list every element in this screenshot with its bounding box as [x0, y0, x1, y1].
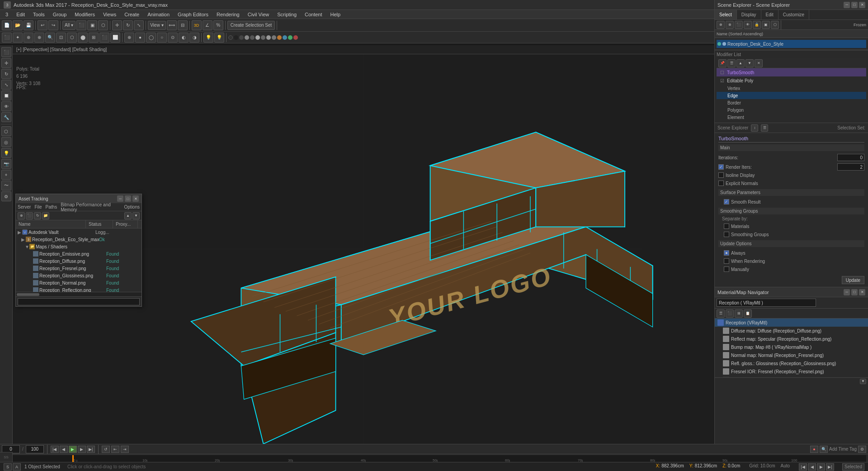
mat-item-6[interactable]: Fresnel IOR: Fresnel (Reception_Fresnel.… — [715, 367, 868, 376]
at-restore-button[interactable]: □ — [125, 195, 131, 202]
lt-shape-button[interactable]: ◎ — [1, 137, 11, 147]
tb2-btn15[interactable]: ○ — [157, 33, 167, 43]
ts-explicit-check[interactable] — [718, 181, 724, 186]
color-swatch-8[interactable] — [266, 35, 271, 40]
menu-graph-editors[interactable]: Graph Editors — [174, 11, 212, 18]
modifier-turbosmooth[interactable]: ☐ TurboSmooth — [717, 68, 866, 76]
pb-prev-frame[interactable]: ◀ — [60, 446, 68, 453]
bottom-pb3[interactable]: ▶ — [817, 463, 825, 471]
se-minimize-button[interactable]: ─ — [844, 2, 850, 8]
se-list-button[interactable]: ☰ — [761, 124, 768, 132]
lt-geom-button[interactable]: ⬡ — [1, 126, 11, 136]
select-object-button[interactable]: ⬛ — [76, 20, 86, 30]
rotate-button[interactable]: ↻ — [123, 20, 133, 30]
se-close-button[interactable]: ✕ — [859, 2, 865, 8]
color-swatch-4[interactable] — [245, 35, 249, 40]
lt-display-button[interactable]: 👁 — [1, 101, 11, 111]
ts-iterations-input[interactable] — [837, 154, 864, 161]
at-input[interactable] — [18, 298, 140, 305]
lt-light-button[interactable]: 💡 — [1, 148, 11, 158]
tb2-btn13[interactable]: ● — [135, 33, 145, 43]
tb2-btn2[interactable]: ✦ — [13, 33, 23, 43]
at-row-normal[interactable]: Reception_Normal.png Found — [16, 279, 142, 286]
se-tb-btn4[interactable]: 👁 — [744, 21, 752, 29]
mat-item-0[interactable]: Reception (VRayMtl) — [715, 319, 868, 327]
scale-button[interactable]: ⤡ — [134, 20, 144, 30]
menu-scripting[interactable]: Scripting — [274, 11, 300, 18]
bottom-pb1[interactable]: |◀ — [799, 463, 807, 471]
total-frames-input[interactable] — [26, 445, 44, 453]
lt-select-button[interactable]: ⬛ — [1, 47, 11, 57]
se-maximize-button[interactable]: □ — [851, 2, 858, 8]
lt-helper-button[interactable]: + — [1, 170, 11, 180]
at-row-glossiness[interactable]: Reception_Glossiness.png Found — [16, 272, 142, 279]
pb-play[interactable]: ▶ — [69, 446, 77, 453]
pb-time-config[interactable]: ⚙ — [858, 446, 866, 453]
mirror-button[interactable]: ⟺ — [167, 20, 177, 30]
at-row-diffuse[interactable]: Reception_Diffuse.png Found — [16, 257, 142, 265]
save-button[interactable]: 💾 — [24, 20, 33, 30]
ts-smoothing-section[interactable]: Smoothing Groups — [718, 208, 864, 214]
pb-record[interactable]: ● — [810, 446, 818, 453]
ts-smooth-result-check[interactable]: ✓ — [724, 199, 729, 205]
tb2-btn18[interactable]: ◑ — [189, 33, 199, 43]
at-menu-options[interactable]: Options — [124, 205, 140, 209]
at-tb-btn2[interactable]: ⬛ — [26, 212, 33, 219]
menu-views[interactable]: Views — [99, 11, 120, 18]
pb-loop[interactable]: ↺ — [102, 446, 110, 453]
at-tb-btn3[interactable]: ↻ — [34, 212, 41, 219]
at-menu-bitmap[interactable]: Bitmap Performance and Memory — [61, 202, 120, 212]
se-tb-btn3[interactable]: ⬛ — [735, 21, 743, 29]
color-swatch-9[interactable] — [272, 35, 276, 40]
tb2-btn4[interactable]: ⊕ — [34, 33, 44, 43]
mat-item-3[interactable]: Bump map: Map #8 ( VRayNormalMap ) — [715, 343, 868, 351]
menu-animation[interactable]: Animation — [144, 11, 173, 18]
pb-next-frame[interactable]: ▶ — [78, 446, 86, 453]
tb2-btn5[interactable]: 🔍 — [45, 33, 55, 43]
pb-prev-key[interactable]: ⇤ — [111, 446, 119, 453]
mat-item-1[interactable]: Diffuse map: Diffuse (Reception_Diffuse.… — [715, 327, 868, 335]
tb2-btn6[interactable]: ⊡ — [56, 33, 66, 43]
pb-first-frame[interactable]: |◀ — [51, 446, 59, 453]
mn-scroll-down[interactable]: ▼ — [860, 379, 866, 384]
color-swatch-1[interactable] — [228, 35, 233, 40]
color-swatch-7[interactable] — [261, 35, 265, 40]
at-tb-btn1[interactable]: ⊕ — [18, 212, 25, 219]
ts-materials-check[interactable] — [724, 224, 729, 229]
mn-tb-btn2[interactable]: ⬛ — [726, 309, 734, 318]
at-scrollbar-thumb[interactable] — [17, 293, 39, 296]
mod-pin-button[interactable]: 📌 — [718, 59, 726, 67]
at-close-button[interactable]: ✕ — [132, 195, 139, 202]
se-tab-edit[interactable]: Edit — [761, 10, 778, 19]
ts-surface-section[interactable]: Surface Parameters — [718, 189, 864, 196]
ts-render-iters-check[interactable]: ✓ — [718, 164, 724, 170]
snap-angle-button[interactable]: ∠ — [203, 20, 212, 30]
color-swatch-11[interactable] — [283, 35, 287, 40]
mod-down-button[interactable]: ▼ — [745, 59, 754, 67]
tb2-btn17[interactable]: ◐ — [179, 33, 189, 43]
material-nav-input[interactable] — [717, 299, 816, 307]
mod-configure-button[interactable]: ☰ — [727, 59, 736, 67]
ts-sg-check[interactable] — [724, 232, 729, 237]
menu-help[interactable]: Help — [327, 11, 344, 18]
mn-close-button[interactable]: ✕ — [859, 289, 865, 295]
color-swatch-2[interactable] — [234, 35, 238, 40]
mod-sub-border[interactable]: Border — [717, 99, 866, 106]
at-menu-paths[interactable]: Paths — [46, 205, 57, 209]
create-selection-set-button[interactable]: Create Selection Set — [227, 21, 275, 30]
mod-up-button[interactable]: ▲ — [736, 59, 745, 67]
select-lasso-button[interactable]: ⬡ — [98, 20, 108, 30]
status-angle-btn[interactable]: A — [13, 463, 21, 471]
ts-isoline-check[interactable] — [718, 172, 724, 178]
tb2-btn16[interactable]: ⊙ — [168, 33, 178, 43]
at-menu-server[interactable]: Server — [18, 205, 31, 209]
move-button[interactable]: ✛ — [112, 20, 122, 30]
se-tab-customize[interactable]: Customize — [778, 10, 809, 19]
at-menu-file[interactable]: File — [34, 205, 42, 209]
mod-delete-button[interactable]: ✕ — [755, 59, 763, 67]
tb2-btn8[interactable]: ⬤ — [78, 33, 88, 43]
at-row-maps-folder[interactable]: ▼ 📁 Maps / Shaders — [16, 243, 142, 250]
mod-sub-edge[interactable]: Edge — [717, 92, 866, 99]
se-tb-btn2[interactable]: ⊗ — [726, 21, 734, 29]
se-tb-btn1[interactable]: ⊕ — [717, 21, 725, 29]
